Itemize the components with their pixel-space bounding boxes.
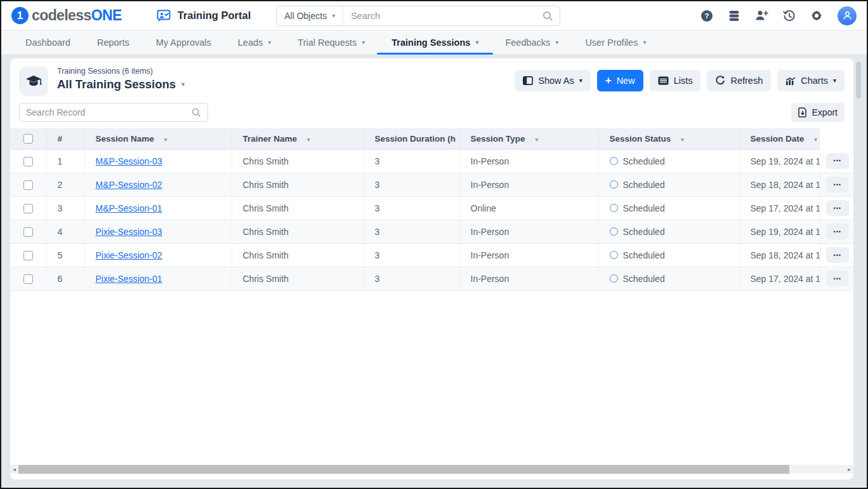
layout-icon xyxy=(523,76,533,85)
row-actions-button[interactable]: ••• xyxy=(826,224,849,239)
export-icon xyxy=(798,107,807,117)
column-filter-icon[interactable]: ▼ xyxy=(163,137,168,143)
refresh-button[interactable]: Refresh xyxy=(707,70,771,91)
content-card: Training Sessions (6 items) All Training… xyxy=(10,58,853,479)
row-number-cell: 3 xyxy=(46,196,84,220)
status-label: Scheduled xyxy=(623,250,665,260)
record-search-input[interactable] xyxy=(26,107,191,117)
session-name-link[interactable]: Pixie-Session-02 xyxy=(96,250,162,260)
chevron-down-icon: ▾ xyxy=(833,77,836,84)
gear-icon[interactable] xyxy=(810,10,823,22)
row-actions-button[interactable]: ••• xyxy=(826,247,849,263)
global-search-bar: All Objects ▾ xyxy=(276,6,560,26)
session-status-cell: Scheduled xyxy=(598,173,739,196)
lists-button[interactable]: Lists xyxy=(650,70,701,91)
tab-leads[interactable]: Leads▾ xyxy=(225,30,285,54)
select-all-checkbox[interactable] xyxy=(23,134,33,144)
row-actions-button[interactable]: ••• xyxy=(826,271,849,286)
row-actions-button[interactable]: ••• xyxy=(826,177,849,192)
status-scheduled-icon xyxy=(610,157,618,165)
row-checkbox[interactable] xyxy=(23,274,33,284)
row-actions-cell: ••• xyxy=(820,149,853,173)
session-status-cell: Scheduled xyxy=(598,243,739,267)
search-scope-dropdown[interactable]: All Objects ▾ xyxy=(277,6,343,25)
tab-label: Reports xyxy=(97,37,129,48)
table-row: 3M&P-Session-01Chris Smith3OnlineSchedul… xyxy=(10,196,853,220)
column-header: Session Name▼ xyxy=(84,128,232,149)
session-date-cell: Sep 19, 2024 at 10 xyxy=(739,149,820,173)
row-number-cell: 4 xyxy=(46,220,84,243)
database-icon[interactable] xyxy=(728,10,740,22)
tab-training-sessions[interactable]: Training Sessions▾ xyxy=(378,30,492,54)
session-status-cell: Scheduled xyxy=(598,220,739,243)
column-label: Session Status xyxy=(610,134,671,144)
tab-my-approvals[interactable]: My Approvals xyxy=(143,30,225,54)
tab-label: Feedbacks xyxy=(505,37,550,48)
list-controls: Export xyxy=(10,98,853,128)
tab-user-profiles[interactable]: User Profiles▾ xyxy=(572,30,659,54)
session-duration-cell: 3 xyxy=(364,196,459,220)
column-header: Session Duration (h xyxy=(364,128,459,149)
session-name-link[interactable]: Pixie-Session-01 xyxy=(96,274,162,284)
column-label: Session Name xyxy=(96,134,154,144)
show-as-button[interactable]: Show As ▾ xyxy=(515,70,590,91)
scroll-left-arrow[interactable]: ◂ xyxy=(10,465,18,474)
help-icon[interactable]: ? xyxy=(700,10,713,22)
portal-switcher[interactable]: Training Portal xyxy=(156,9,251,23)
status-label: Scheduled xyxy=(623,180,665,190)
view-selector[interactable]: All Training Sessions ▾ xyxy=(57,77,185,91)
vertical-scrollbar-thumb[interactable] xyxy=(856,62,861,98)
app-logo[interactable]: 1 codelessONE xyxy=(11,7,122,24)
session-date-cell: Sep 17, 2024 at 10 xyxy=(739,267,820,290)
top-icon-group: ? xyxy=(700,6,857,25)
column-filter-icon[interactable]: ▼ xyxy=(813,137,818,143)
user-avatar[interactable] xyxy=(838,6,857,25)
column-label: Session Date xyxy=(751,134,805,144)
session-name-link[interactable]: M&P-Session-03 xyxy=(96,156,162,166)
session-name-cell: M&P-Session-01 xyxy=(84,196,232,220)
row-checkbox[interactable] xyxy=(23,227,33,237)
session-name-link[interactable]: M&P-Session-01 xyxy=(96,203,162,213)
history-icon[interactable] xyxy=(783,10,796,22)
tab-feedbacks[interactable]: Feedbacks▾ xyxy=(492,30,572,54)
session-duration-cell: 3 xyxy=(364,243,459,267)
add-user-icon[interactable] xyxy=(755,10,768,22)
view-subtitle: Training Sessions (6 items) xyxy=(57,67,185,76)
scroll-right-arrow[interactable]: ▸ xyxy=(845,465,853,474)
row-checkbox[interactable] xyxy=(23,251,33,260)
session-name-link[interactable]: M&P-Session-02 xyxy=(96,180,162,190)
row-checkbox[interactable] xyxy=(23,180,33,190)
global-search-input[interactable] xyxy=(343,11,542,21)
session-name-link[interactable]: Pixie-Session-03 xyxy=(96,227,162,237)
row-checkbox[interactable] xyxy=(23,157,33,166)
session-type-cell: In-Person xyxy=(459,220,598,243)
row-select-cell xyxy=(10,173,46,196)
column-header: # xyxy=(46,128,84,149)
tab-reports[interactable]: Reports xyxy=(84,30,143,54)
column-header: Session Date▼ xyxy=(739,128,820,149)
column-filter-icon[interactable]: ▼ xyxy=(680,137,685,143)
trainer-name-cell: Chris Smith xyxy=(232,267,364,290)
tab-trial-requests[interactable]: Trial Requests▾ xyxy=(284,30,378,54)
session-type-cell: In-Person xyxy=(459,243,598,267)
row-actions-button[interactable]: ••• xyxy=(826,153,849,169)
column-filter-icon[interactable]: ▼ xyxy=(306,137,311,143)
tab-label: My Approvals xyxy=(156,37,211,48)
horizontal-scrollbar-thumb[interactable] xyxy=(18,465,789,474)
tab-label: Dashboard xyxy=(25,37,70,48)
column-filter-icon[interactable]: ▼ xyxy=(534,137,539,143)
chevron-down-icon: ▾ xyxy=(362,39,365,46)
row-checkbox[interactable] xyxy=(23,204,33,213)
tab-dashboard[interactable]: Dashboard xyxy=(25,30,84,54)
row-select-cell xyxy=(10,220,46,243)
charts-button[interactable]: Charts ▾ xyxy=(777,70,845,91)
export-button[interactable]: Export xyxy=(791,103,845,122)
new-button[interactable]: + New xyxy=(597,70,643,91)
session-name-cell: M&P-Session-02 xyxy=(84,173,232,196)
status-scheduled-icon xyxy=(610,204,618,212)
toolbar: Show As ▾ + New Lists xyxy=(515,70,845,96)
status-label: Scheduled xyxy=(623,274,665,284)
top-bar: 1 codelessONE Training Portal All Object… xyxy=(1,1,867,30)
session-name-cell: Pixie-Session-02 xyxy=(84,243,232,267)
row-actions-button[interactable]: ••• xyxy=(826,200,849,216)
